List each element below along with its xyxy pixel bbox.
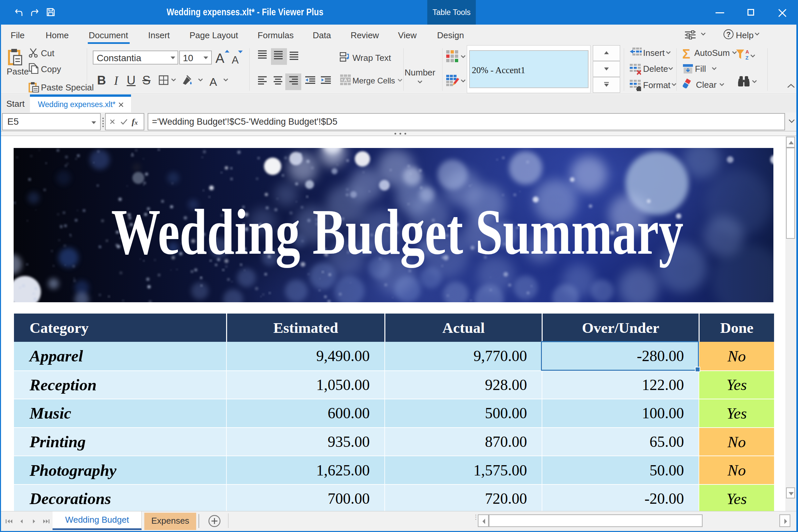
svg-text:A: A (344, 77, 347, 82)
svg-text:A: A (745, 50, 749, 55)
svg-text:Z: Z (745, 55, 748, 60)
